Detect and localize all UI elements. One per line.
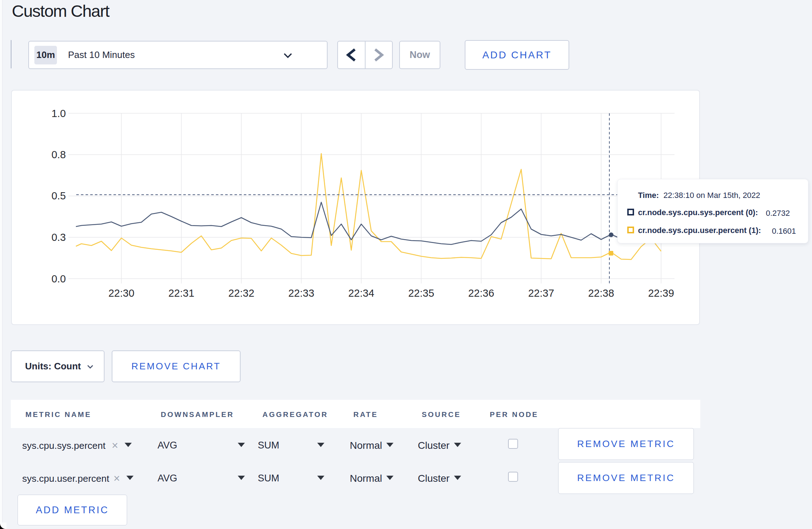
svg-text:22:33: 22:33 [288, 287, 314, 299]
svg-text:1.0: 1.0 [52, 108, 66, 119]
svg-text:22:39: 22:39 [648, 287, 674, 299]
svg-text:22:32: 22:32 [228, 287, 255, 299]
svg-text:0.3: 0.3 [52, 232, 66, 243]
svg-text:0.8: 0.8 [52, 149, 66, 160]
svg-text:22:36: 22:36 [468, 287, 494, 299]
svg-text:22:34: 22:34 [348, 287, 374, 299]
svg-text:22:30: 22:30 [108, 287, 135, 299]
svg-text:22:37: 22:37 [528, 287, 554, 299]
svg-text:22:35: 22:35 [408, 287, 434, 299]
svg-text:22:31: 22:31 [168, 287, 194, 299]
svg-text:22:38: 22:38 [588, 287, 614, 299]
svg-text:0.0: 0.0 [52, 273, 66, 285]
svg-text:0.5: 0.5 [52, 190, 66, 202]
